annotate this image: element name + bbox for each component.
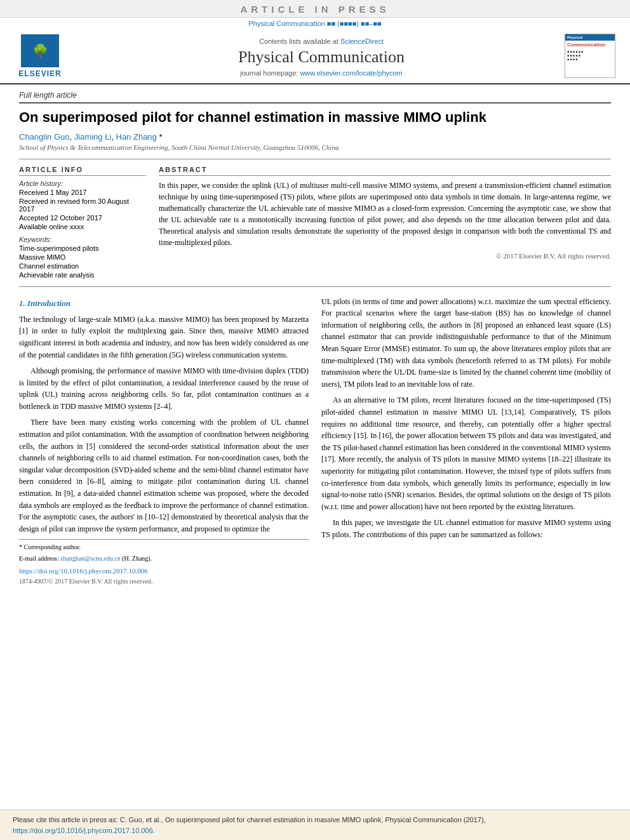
journal-ref-line: Physical Communication ■■ (■■■■) ■■–■■: [0, 18, 630, 29]
keywords-label: Keywords:: [19, 236, 146, 243]
citation-doi[interactable]: https://doi.org/10.1016/j.phycom.2017.10…: [13, 827, 155, 834]
journal-header: 🌳 ELSEVIER Contents lists available at S…: [0, 29, 630, 84]
keyword-2: Massive MIMO: [19, 253, 146, 261]
homepage-label: journal homepage:: [240, 69, 298, 77]
homepage-url[interactable]: www.elsevier.com/locate/phycom: [300, 69, 402, 77]
copyright: © 2017 Elsevier B.V. All rights reserved…: [159, 252, 611, 260]
body-col-right: UL pilots (in terms of time and power al…: [321, 296, 611, 587]
keywords-section: Keywords: Time-superimposed pilots Massi…: [19, 236, 146, 279]
elsevier-wordmark: ELSEVIER: [18, 69, 61, 78]
phys-comm-logo-top: Physical: [565, 34, 615, 41]
footnote-email: E-mail address: zhanghan@scnu.edu.cn (H.…: [19, 554, 309, 564]
footnote-area: * Corresponding author. E-mail address: …: [19, 539, 309, 587]
abstract-col: ABSTRACT In this paper, we consider the …: [159, 166, 611, 280]
phys-comm-logo-mid: Communication: [565, 41, 615, 49]
intro-para3: There have been many existing works conc…: [19, 417, 309, 535]
journal-logo-right: Physical Communication ■ ■ ■ ■ ■ ■■ ■ ■ …: [561, 34, 619, 78]
section1-heading: 1. Introduction: [19, 297, 309, 310]
affiliation: School of Physics & Telecommunication En…: [19, 143, 611, 151]
author-star: *: [159, 132, 162, 142]
email-label: E-mail address:: [19, 555, 58, 562]
contents-line: Contents lists available at ScienceDirec…: [81, 37, 561, 45]
article-type: Full length article: [19, 91, 611, 103]
footnote-star: * Corresponding author.: [19, 542, 309, 552]
elsevier-logo: 🌳 ELSEVIER: [11, 34, 69, 78]
info-abstract-row: ARTICLE INFO Article history: Received 1…: [19, 159, 611, 287]
doi-line: https://doi.org/10.1016/j.phycom.2017.10…: [19, 566, 309, 577]
journal-ref-text: Physical Communication ■■ (■■■■) ■■–■■: [248, 20, 382, 27]
accepted-date: Accepted 12 October 2017: [19, 214, 146, 222]
author-han[interactable]: Han Zhang: [116, 132, 157, 142]
intro-para1: The technology of large-scale MIMO (a.k.…: [19, 314, 309, 361]
journal-homepage: journal homepage: www.elsevier.com/locat…: [81, 69, 561, 77]
banner-text: ARTICLE IN PRESS: [240, 4, 389, 15]
revised-date: Received in revised form 30 August 2017: [19, 197, 146, 213]
elsevier-tree-icon: 🌳: [32, 43, 48, 58]
keyword-4: Achievable rate analysis: [19, 271, 146, 279]
history-label: Article history:: [19, 180, 146, 187]
contents-label: Contents lists available at: [259, 37, 338, 45]
abstract-title: ABSTRACT: [159, 166, 611, 176]
author-changlin[interactable]: Changlin Guo: [19, 132, 70, 142]
email-link[interactable]: zhanghan@scnu.edu.cn: [60, 555, 121, 562]
article-info-col: ARTICLE INFO Article history: Received 1…: [19, 166, 146, 280]
available-date: Available online xxxx: [19, 223, 146, 230]
author-jiaming[interactable]: Jiaming Li: [74, 132, 112, 142]
doi-link[interactable]: https://doi.org/10.1016/j.phycom.2017.10…: [19, 567, 148, 575]
page-wrapper: ARTICLE IN PRESS Physical Communication …: [0, 0, 630, 840]
phys-comm-logo-bottom: ■ ■ ■ ■ ■ ■■ ■ ■ ■ ■■ ■ ■ ■: [565, 49, 615, 62]
keyword-1: Time-superimposed pilots: [19, 244, 146, 252]
right-para3: In this paper, we investigate the UL cha…: [321, 517, 611, 540]
keyword-3: Channel estimation: [19, 262, 146, 270]
body-col-left: 1. Introduction The technology of large-…: [19, 296, 309, 587]
bottom-citation-bar: Please cite this article in press as: C.…: [0, 810, 630, 840]
right-para1: UL pilots (in terms of time and power al…: [321, 296, 611, 390]
phys-comm-logo-box: Physical Communication ■ ■ ■ ■ ■ ■■ ■ ■ …: [565, 34, 615, 78]
elsevier-logo-box: 🌳: [21, 34, 59, 67]
article-title: On superimposed pilot for channel estima…: [19, 109, 611, 127]
email-name: (H. Zhang).: [122, 555, 152, 562]
citation-text: Please cite this article in press as: C.…: [13, 815, 617, 836]
authors-line: Changlin Guo, Jiaming Li, Han Zhang *: [19, 132, 611, 142]
journal-center: Contents lists available at ScienceDirec…: [81, 34, 561, 78]
article-info-title: ARTICLE INFO: [19, 166, 146, 176]
body-columns: 1. Introduction The technology of large-…: [19, 296, 611, 587]
journal-title: Physical Communication: [81, 48, 561, 67]
citation-please: Please cite this article in press as: C.…: [13, 816, 486, 823]
article-in-press-banner: ARTICLE IN PRESS: [0, 0, 630, 18]
abstract-text: In this paper, we consider the uplink (U…: [159, 180, 611, 248]
received-date: Received 1 May 2017: [19, 189, 146, 196]
main-content: Full length article On superimposed pilo…: [0, 84, 630, 593]
intro-para2: Although promising, the performance of m…: [19, 365, 309, 412]
issn-line: 1874-4907/© 2017 Elsevier B.V. All right…: [19, 577, 309, 587]
sciencedirect-link[interactable]: ScienceDirect: [340, 37, 384, 45]
right-para2: As an alternative to TM pilots, recent l…: [321, 394, 611, 512]
